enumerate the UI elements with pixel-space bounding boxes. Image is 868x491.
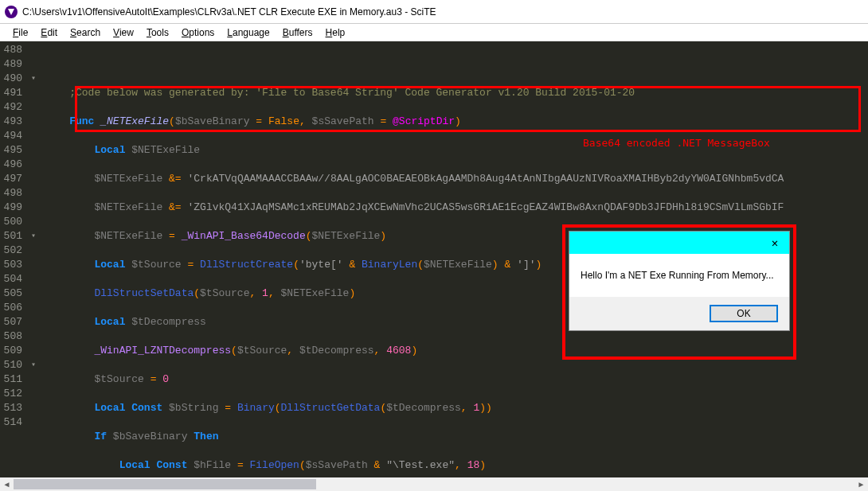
comment: ;Code below was generated by: 'File to B… (69, 87, 635, 99)
menu-help[interactable]: Help (319, 25, 352, 40)
horizontal-scrollbar[interactable]: ◄ ► (0, 477, 868, 491)
message-box-body: Hello I'm a NET Exe Running From Memory.… (569, 254, 789, 297)
menu-edit[interactable]: Edit (34, 25, 64, 40)
annotation-text: Base64 encoded .NET MessageBox (583, 137, 770, 149)
menu-file[interactable]: File (6, 25, 34, 40)
window-title: C:\Users\v1v1\OffensiveAutoIt\Examples\C… (22, 6, 436, 18)
menu-tools[interactable]: Tools (140, 25, 175, 40)
menu-view[interactable]: View (107, 25, 140, 40)
code-editor[interactable]: 4884894904914924934944954964974984995005… (0, 41, 868, 477)
message-box-footer: OK (569, 297, 789, 330)
message-box: ✕ Hello I'm a NET Exe Running From Memor… (569, 231, 790, 331)
scroll-right-button[interactable]: ► (854, 477, 868, 491)
title-bar: C:\Users\v1v1\OffensiveAutoIt\Examples\C… (0, 0, 868, 24)
line-gutter: 4884894904914924934944954964974984995005… (0, 41, 27, 477)
app-icon (5, 6, 18, 18)
message-box-titlebar[interactable]: ✕ (569, 232, 789, 254)
close-icon[interactable]: ✕ (760, 232, 789, 254)
fold-margin[interactable]: ▾▾▾ (27, 41, 40, 477)
menu-options[interactable]: Options (175, 25, 221, 40)
menu-bar: File Edit Search View Tools Options Lang… (0, 24, 868, 41)
scroll-left-button[interactable]: ◄ (0, 477, 14, 491)
scroll-thumb[interactable] (14, 479, 316, 489)
scroll-track[interactable] (14, 477, 854, 491)
menu-buffers[interactable]: Buffers (276, 25, 319, 40)
ok-button[interactable]: OK (710, 305, 778, 322)
menu-search[interactable]: Search (64, 25, 107, 40)
menu-language[interactable]: Language (221, 25, 276, 40)
